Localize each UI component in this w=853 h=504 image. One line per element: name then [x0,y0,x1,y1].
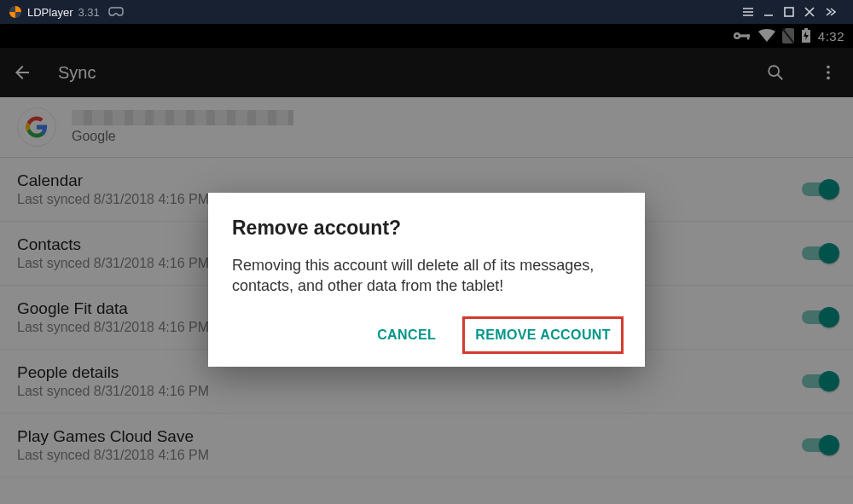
window-minimize-button[interactable] [763,6,783,18]
cancel-button[interactable]: CANCEL [367,319,446,351]
window-more-button[interactable] [824,6,844,18]
remove-account-dialog: Remove account? Removing this account wi… [208,193,645,367]
svg-rect-0 [785,8,793,16]
window-close-button[interactable] [804,6,824,18]
emulator-version: 3.31 [78,6,99,19]
remove-account-button[interactable]: REMOVE ACCOUNT [465,319,621,351]
gamepad-icon [108,7,124,17]
dialog-message: Removing this account will delete all of… [232,255,621,297]
emulator-name: LDPlayer [27,6,73,19]
window-maximize-button[interactable] [783,6,804,18]
window-menu-icon[interactable] [742,6,763,18]
emulator-titlebar: LDPlayer 3.31 [0,0,853,24]
ldplayer-logo-icon [9,5,22,19]
dialog-title: Remove account? [232,217,621,240]
